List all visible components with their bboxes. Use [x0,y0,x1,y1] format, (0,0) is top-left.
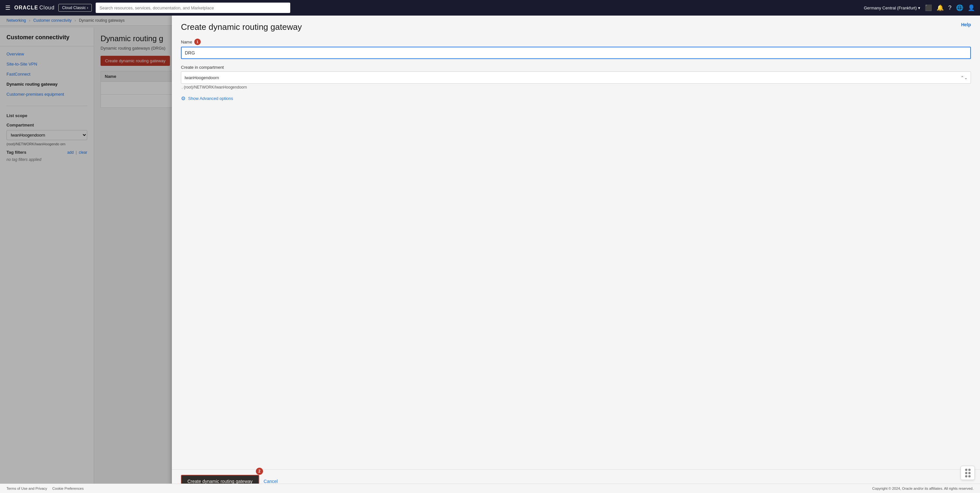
terminal-icon[interactable]: ⬛ [925,4,932,11]
copyright-text: Copyright © 2024, Oracle and/or its affi… [872,487,974,490]
user-avatar[interactable]: 👤 [968,4,975,11]
show-advanced-options[interactable]: ⚙ Show Advanced options [181,95,971,102]
name-input[interactable] [181,47,971,59]
advanced-options-icon: ⚙ [181,95,186,102]
name-form-group: Name 1 [181,38,971,59]
slide-panel-header: Create dynamic routing gateway Help [172,16,980,36]
navbar-right: Germany Central (Frankfurt) ▾ ⬛ 🔔 ? 🌐 👤 [864,4,975,11]
help-float-icon [965,469,970,477]
cancel-button[interactable]: Cancel [264,479,278,484]
name-label: Name 1 [181,38,971,45]
compartment-select-wrapper-panel: IwanHoogendoorn ⌃⌄ [181,72,971,84]
terms-link[interactable]: Terms of Use and Privacy [6,487,47,490]
help-icon[interactable]: ? [948,5,951,11]
help-float-button[interactable] [961,466,975,480]
bottom-bar: Terms of Use and Privacy Cookie Preferen… [0,483,980,493]
create-button-badge: 2 [256,468,263,475]
compartment-form-label: Create in compartment [181,65,971,70]
show-advanced-label: Show Advanced options [188,96,233,101]
help-link[interactable]: Help [961,22,971,27]
slide-panel: Create dynamic routing gateway Help Name… [172,16,980,493]
search-input[interactable] [95,3,290,13]
navbar-icons: ⬛ 🔔 ? 🌐 👤 [925,4,975,11]
name-badge: 1 [194,38,201,45]
oracle-logo: ORACLE Cloud [14,5,54,11]
cookie-link[interactable]: Cookie Preferences [52,487,84,490]
slide-panel-body: Name 1 Create in compartment IwanHoogend… [172,36,980,469]
navbar: ☰ ORACLE Cloud Cloud Classic › Germany C… [0,0,980,16]
compartment-form-group: Create in compartment IwanHoogendoorn ⌃⌄… [181,65,971,89]
bell-icon[interactable]: 🔔 [937,4,944,11]
compartment-select-panel[interactable]: IwanHoogendoorn [181,72,971,84]
region-selector[interactable]: Germany Central (Frankfurt) ▾ [864,5,920,10]
slide-panel-title: Create dynamic routing gateway [181,22,302,32]
cloud-classic-button[interactable]: Cloud Classic › [58,4,92,12]
bottom-bar-left: Terms of Use and Privacy Cookie Preferen… [6,487,84,490]
hamburger-icon[interactable]: ☰ [5,4,10,11]
compartment-hint: . (root)/NETWORK/IwanHoogendoorn [181,85,971,89]
globe-icon[interactable]: 🌐 [956,4,963,11]
